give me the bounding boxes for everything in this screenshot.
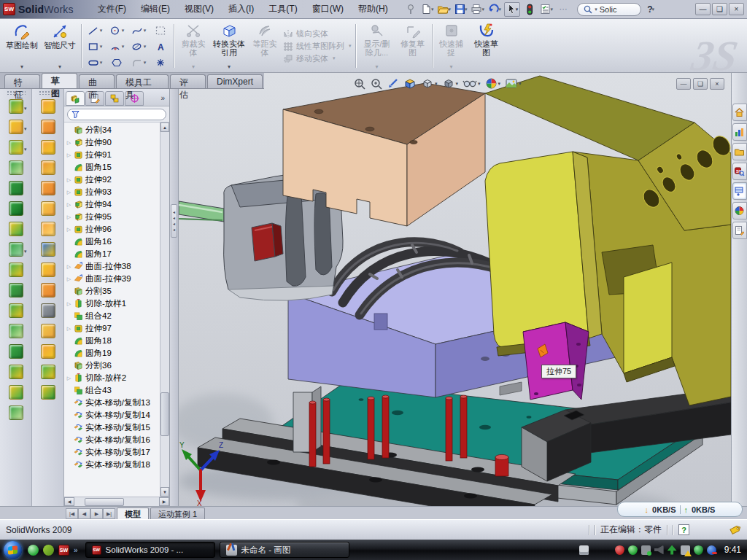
close-button[interactable]: × <box>729 3 744 15</box>
volume-icon[interactable] <box>654 545 664 555</box>
last-tab-icon[interactable]: ▶| <box>103 508 115 519</box>
appearances-tab[interactable] <box>732 202 747 219</box>
prev-tab-icon[interactable]: ◀ <box>78 508 90 519</box>
menu-item[interactable]: 工具(T) <box>262 1 303 18</box>
security-shield-icon[interactable] <box>628 545 638 555</box>
revolved-boss-icon[interactable]: ▾ <box>5 117 27 136</box>
scroll-left-icon[interactable]: ◀ <box>64 497 74 506</box>
tab-评估[interactable]: 评估 <box>170 74 206 88</box>
tree-horizontal-scrollbar[interactable]: ◀ ▶ <box>64 497 169 506</box>
print-icon[interactable]: ▾ <box>471 3 485 16</box>
expand-arrow-icon[interactable]: ▷ <box>66 276 72 282</box>
design-library-tab[interactable] <box>732 123 747 141</box>
health-shield-icon[interactable] <box>694 545 703 555</box>
feature-tree-item[interactable]: ▷切除-放样1 <box>66 298 169 310</box>
display-delete-relations-button[interactable]: 显示/删除几...▾ <box>358 21 396 71</box>
scene-icon[interactable]: ▾ <box>504 77 522 90</box>
smart-dimension-button[interactable]: 智能尺寸▾ <box>41 21 79 71</box>
swept-boss-icon[interactable]: ▾ <box>5 137 27 157</box>
start-button[interactable] <box>4 541 22 559</box>
doc-restore-button[interactable]: ❏ <box>693 78 708 90</box>
feature-tree-item[interactable]: 实体-移动/复制17 <box>66 446 169 459</box>
menu-item[interactable]: 窗口(W) <box>306 1 350 18</box>
tab-草图[interactable]: 草图 <box>42 73 77 88</box>
games-icon[interactable] <box>43 545 54 556</box>
menu-item[interactable]: 插入(I) <box>222 1 260 18</box>
toolbar-overflow-icon[interactable]: ⋯ <box>556 3 570 16</box>
solidworks-launcher-icon[interactable]: SW <box>58 545 69 556</box>
thicken-icon[interactable] <box>37 321 59 341</box>
network-speed-widget[interactable]: ↓ 0KB/S ↑ 0KB/S <box>617 502 743 517</box>
draft-icon[interactable] <box>5 341 27 361</box>
quick-snaps-button[interactable]: 快速捕捉▾ <box>435 21 468 71</box>
revolved-surface-icon[interactable] <box>37 117 59 136</box>
trim-entities-button[interactable]: 剪裁实体▾ <box>177 21 210 71</box>
dome-icon[interactable] <box>5 382 27 402</box>
feature-tree-item[interactable]: 实体-移动/复制16 <box>66 434 169 446</box>
arc-tool[interactable]: ▾ <box>109 42 125 52</box>
boundary-surface-icon[interactable] <box>37 178 59 198</box>
offset-surface-icon[interactable] <box>37 198 59 218</box>
hole-wizard-icon[interactable] <box>5 219 27 238</box>
lofted-surface-icon[interactable] <box>37 158 59 177</box>
sync-status-icon[interactable] <box>707 545 716 555</box>
messenger-icon[interactable] <box>28 545 39 556</box>
previous-view-icon[interactable] <box>386 77 400 90</box>
search-box[interactable]: ▾ Solic <box>577 3 641 16</box>
shell-icon[interactable] <box>5 321 27 341</box>
feature-manager-tab[interactable] <box>66 91 85 106</box>
motion-study-tab[interactable]: 运动算例 1 <box>150 508 205 519</box>
feature-tree-item[interactable]: 分割36 <box>66 359 169 372</box>
chamfer-icon[interactable] <box>5 280 27 300</box>
revolved-cut-icon[interactable] <box>5 198 27 218</box>
mirror-entities-button[interactable]: 镜向实体 <box>283 28 352 39</box>
file-explorer-tab[interactable] <box>732 143 747 160</box>
feature-tree-item[interactable]: ▷曲面-拉伸39 <box>66 273 169 285</box>
circle-tool[interactable]: ▾ <box>109 26 125 36</box>
feature-tree-item[interactable]: ▷切除-放样2 <box>66 372 169 384</box>
zoom-to-area-icon[interactable] <box>369 77 383 90</box>
swept-surface-icon[interactable] <box>37 137 59 157</box>
view-orientation-icon[interactable]: ▾ <box>420 77 438 90</box>
scrollbar-thumb[interactable] <box>160 392 169 436</box>
zoom-to-fit-icon[interactable] <box>352 77 366 90</box>
pin-icon[interactable] <box>403 3 418 16</box>
feature-tree-item[interactable]: ▷曲面-拉伸38 <box>66 260 169 273</box>
new-file-icon[interactable]: ▾ <box>420 3 435 16</box>
feature-tree-item[interactable]: 组合43 <box>66 384 169 397</box>
tab-特征[interactable]: 特征 <box>4 74 40 88</box>
3d-model[interactable]: Y Z X <box>179 73 731 506</box>
quick-tips-icon[interactable]: ? <box>678 524 689 535</box>
keyboard-layout-icon[interactable] <box>579 545 589 555</box>
polygon-tool[interactable] <box>111 58 123 68</box>
line-tool[interactable]: ▾ <box>88 26 103 36</box>
spline-tool[interactable]: ▾ <box>131 26 147 36</box>
section-view-icon[interactable] <box>403 77 417 90</box>
scroll-up-icon[interactable]: ▲ <box>160 122 169 132</box>
help-icon[interactable]: ?▾ <box>643 3 658 16</box>
graphics-area[interactable]: Y Z X ▾ ▾ ▾ ▾ ▾ — ❏ × 拉伸75 <box>179 73 731 506</box>
hide-show-items-icon[interactable]: ▾ <box>462 77 481 90</box>
scroll-right-icon[interactable]: ▶ <box>159 497 169 506</box>
taskbar-clock[interactable]: 9:41 <box>724 545 741 555</box>
model-tab[interactable]: 模型 <box>117 508 149 519</box>
tab-模具工具[interactable]: 模具工具 <box>116 74 169 88</box>
undo-icon[interactable]: ▾ <box>487 3 502 16</box>
expand-arrow-icon[interactable]: ▷ <box>66 190 72 195</box>
feature-tree-item[interactable]: 实体-移动/复制18 <box>66 459 169 471</box>
feature-tree-item[interactable]: ▷拉伸94 <box>66 198 169 211</box>
extruded-cut-icon[interactable] <box>5 178 27 198</box>
feature-tree-item[interactable]: 圆角16 <box>66 236 169 248</box>
feature-tree-item[interactable]: 圆角18 <box>66 335 169 347</box>
scroll-down-icon[interactable]: ▼ <box>160 487 169 497</box>
menu-item[interactable]: 视图(V) <box>178 1 220 18</box>
untrim-surface-icon[interactable] <box>37 300 59 320</box>
tag-icon[interactable] <box>729 524 741 535</box>
feature-tree-item[interactable]: 实体-移动/复制13 <box>66 397 169 409</box>
configuration-manager-tab[interactable] <box>105 91 124 106</box>
expand-arrow-icon[interactable]: ▷ <box>66 152 72 158</box>
feature-tree-item[interactable]: 圆角19 <box>66 347 169 359</box>
open-file-icon[interactable]: ▾ <box>437 3 452 16</box>
feature-tree-item[interactable]: ▷拉伸97 <box>66 322 169 335</box>
feature-tree-item[interactable]: 实体-移动/复制15 <box>66 421 169 434</box>
